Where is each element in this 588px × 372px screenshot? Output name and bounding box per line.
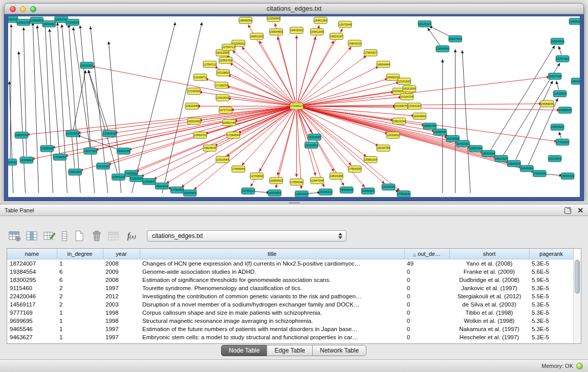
close-window-button[interactable]	[10, 6, 16, 12]
network-node[interactable]: 19952745	[223, 119, 236, 126]
cell-pagerank[interactable]: 5.9E-5	[529, 276, 573, 284]
table-row[interactable]: 1872400712008Changes of HCN gene express…	[7, 259, 573, 268]
cell-pagerank[interactable]: 5.3E-5	[529, 259, 573, 268]
table-row[interactable]: 969969511998Structural magnetic resonanc…	[7, 317, 573, 325]
network-node[interactable]: 20081505	[8, 16, 18, 23]
network-node[interactable]: 16046504	[361, 188, 375, 194]
cell-in_degree[interactable]: 1	[57, 325, 103, 333]
network-node[interactable]: 18304460	[187, 118, 201, 124]
cell-in_degree[interactable]: 1	[57, 317, 103, 325]
network-node[interactable]: 17262504	[129, 176, 143, 182]
cell-year[interactable]: 1998	[103, 309, 140, 317]
network-node[interactable]: 10963032	[8, 159, 17, 165]
cell-pagerank[interactable]: 5.3E-5	[529, 309, 573, 317]
cell-pagerank[interactable]: 5.3E-5	[529, 325, 573, 333]
network-node[interactable]: 15461280	[314, 17, 327, 24]
network-node[interactable]: 18227434	[548, 73, 561, 80]
network-node[interactable]: 17240617	[290, 103, 303, 110]
network-node[interactable]: 18304461	[42, 20, 56, 27]
network-node[interactable]: 16131504	[97, 163, 110, 169]
network-node[interactable]: 15154545	[308, 134, 321, 141]
network-node[interactable]: 12754713	[222, 44, 235, 51]
cell-out_degree[interactable]: 0	[404, 309, 449, 317]
zoom-window-button[interactable]	[30, 6, 36, 12]
cell-in_degree[interactable]: 2	[57, 300, 103, 309]
cell-pagerank[interactable]: 5.5E-5	[529, 292, 573, 300]
cell-year[interactable]: 2003	[103, 300, 140, 309]
table-row[interactable]: 946362711997Embryonic stem cells: a mode…	[7, 333, 573, 341]
cell-title[interactable]: Embryonic stem cells: a model to study s…	[140, 333, 404, 341]
network-node[interactable]: 15958045	[540, 100, 554, 107]
cell-year[interactable]: 2009	[103, 268, 140, 276]
column-header-out_degree[interactable]: △out_de…	[404, 249, 449, 259]
cell-short[interactable]: Stergiakouli et al. (2012)	[449, 292, 529, 300]
network-node[interactable]: 12953701	[193, 132, 207, 139]
network-node[interactable]: 10164704	[400, 94, 413, 100]
network-node[interactable]: 10954504	[551, 124, 564, 130]
table-row[interactable]: 1938455462009Genome-wide association stu…	[7, 268, 573, 276]
network-node[interactable]: 18955754	[423, 123, 437, 129]
table-row[interactable]: 2242004622012Investigating the contribut…	[7, 292, 573, 300]
cell-title[interactable]: Tourette syndrome. Phenomenology and cla…	[140, 284, 404, 292]
network-node[interactable]: 12210504	[548, 156, 561, 162]
cell-year[interactable]: 1997	[103, 284, 140, 292]
network-node[interactable]: 19503088	[330, 173, 343, 180]
network-node[interactable]: 18604444	[377, 61, 390, 68]
cell-pagerank[interactable]: 5.3E-5	[529, 284, 573, 292]
network-node[interactable]: 17284544	[227, 132, 240, 139]
network-node[interactable]: 16961205	[17, 19, 30, 26]
column-header-title[interactable]: title	[140, 249, 404, 259]
cell-year[interactable]: 1998	[103, 317, 140, 325]
column-header-year[interactable]: year	[103, 249, 140, 259]
tab-node-table[interactable]: Node Table	[221, 345, 268, 356]
cell-in_degree[interactable]: 2	[57, 292, 103, 300]
network-node[interactable]: 17240404	[187, 88, 201, 95]
network-node[interactable]: 12260649	[103, 130, 116, 137]
cell-short[interactable]: Hescheler et al. (1997)	[449, 333, 529, 341]
network-node[interactable]: 12554547	[142, 178, 156, 185]
network-node[interactable]: 15958504	[558, 107, 572, 114]
network-node[interactable]: 18204504	[268, 190, 281, 196]
cell-pagerank[interactable]: 5.3E-5	[529, 333, 573, 341]
network-node[interactable]: 12254549	[267, 16, 280, 21]
cell-out_degree[interactable]: 0	[404, 317, 449, 325]
cell-title[interactable]: Corpus callosum shape and size in male p…	[140, 309, 404, 317]
cell-out_degree[interactable]: 0	[404, 268, 449, 276]
network-node[interactable]: 13164160	[408, 103, 421, 110]
cell-short[interactable]: Dudbridge et al. (2008)	[449, 276, 529, 284]
cell-title[interactable]: Changes of HCN gene expression and I(f) …	[140, 259, 404, 268]
cell-out_degree[interactable]: 0	[404, 300, 449, 309]
table-scrollbar[interactable]	[573, 259, 581, 343]
network-node[interactable]: 16959503	[270, 177, 283, 184]
network-node[interactable]: 12973049	[338, 21, 352, 28]
cell-name[interactable]: 9699695	[7, 317, 57, 325]
cell-out_degree[interactable]: 0	[404, 292, 449, 300]
network-node[interactable]: 15901505	[69, 169, 82, 176]
network-node[interactable]: 15824197	[330, 33, 343, 40]
cell-name[interactable]: 22420046	[7, 292, 57, 300]
cell-short[interactable]: Nakamura et al. (1997)	[449, 325, 529, 333]
network-node[interactable]: 15955104	[112, 174, 125, 181]
function-builder-button[interactable]: f(x)	[123, 228, 140, 244]
cell-in_degree[interactable]: 6	[57, 268, 103, 276]
network-node[interactable]: 12610644	[216, 157, 229, 163]
cell-out_degree[interactable]: 0	[404, 325, 449, 333]
close-panel-icon[interactable]: ✕	[577, 207, 583, 214]
network-node[interactable]: 16129820	[216, 70, 230, 76]
network-node[interactable]: 18604004	[571, 78, 580, 84]
network-node[interactable]: 16642001	[290, 27, 303, 34]
table-row[interactable]: 977716911998Corpus callosum shape and si…	[7, 309, 573, 317]
network-node[interactable]: 18041504	[482, 150, 495, 157]
cell-short[interactable]: Franke et al. (2009)	[449, 268, 529, 276]
tab-edge-table[interactable]: Edge Table	[267, 345, 313, 356]
network-node[interactable]: 15954004	[569, 18, 580, 25]
network-node[interactable]: 16961203	[250, 33, 264, 40]
network-node[interactable]: 16755014	[242, 188, 255, 194]
network-node[interactable]: 18647944	[449, 36, 462, 42]
network-node[interactable]: 15824199	[117, 148, 130, 155]
cell-name[interactable]: 14569117	[7, 300, 57, 309]
network-canvas[interactable]: 1724061716169070158241941261065118164794…	[8, 16, 580, 197]
edit-table-button[interactable]	[41, 228, 58, 244]
cell-year[interactable]: 1997	[103, 325, 140, 333]
network-node[interactable]: 17554340	[290, 179, 303, 185]
